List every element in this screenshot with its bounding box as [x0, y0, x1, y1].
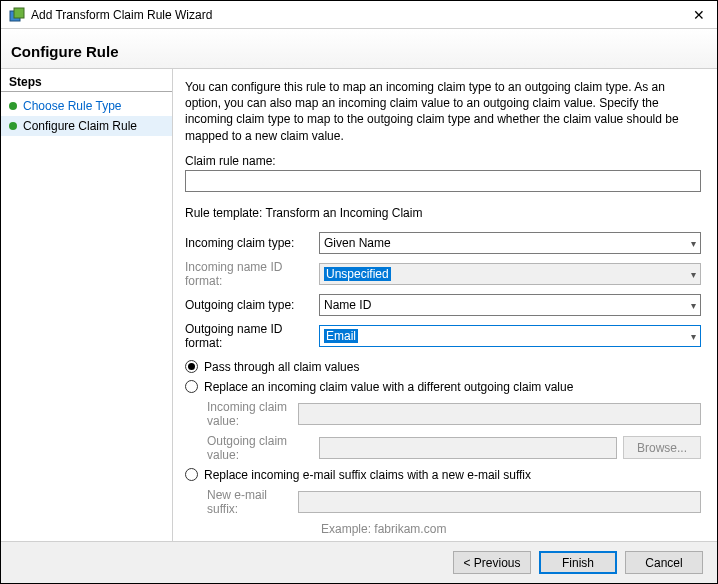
close-icon[interactable]: ✕: [689, 7, 709, 23]
radio-replace-value[interactable]: Replace an incoming claim value with a d…: [185, 380, 701, 394]
outgoing-name-id-format-combo[interactable]: Email ▾: [319, 325, 701, 347]
incoming-claim-type-label: Incoming claim type:: [185, 236, 319, 250]
radio-label: Pass through all claim values: [204, 360, 359, 374]
outgoing-claim-type-label: Outgoing claim type:: [185, 298, 319, 312]
combo-value: Unspecified: [324, 267, 391, 281]
claim-value-options: Pass through all claim values Replace an…: [185, 360, 701, 536]
combo-value: Given Name: [324, 236, 391, 250]
outgoing-claim-value-label: Outgoing claim value:: [207, 434, 319, 462]
chevron-down-icon: ▾: [691, 237, 696, 248]
step-bullet-icon: [9, 122, 17, 130]
radio-icon: [185, 360, 198, 373]
new-email-suffix-label: New e-mail suffix:: [207, 488, 298, 516]
steps-sidebar: Steps Choose Rule Type Configure Claim R…: [1, 69, 173, 577]
main-area: Steps Choose Rule Type Configure Claim R…: [1, 69, 717, 577]
chevron-down-icon: ▾: [691, 330, 696, 341]
step-label: Choose Rule Type: [23, 99, 122, 113]
radio-pass-through[interactable]: Pass through all claim values: [185, 360, 701, 374]
chevron-down-icon: ▾: [691, 299, 696, 310]
new-email-suffix-input: [298, 491, 701, 513]
radio-label: Replace an incoming claim value with a d…: [204, 380, 573, 394]
step-choose-rule-type[interactable]: Choose Rule Type: [1, 96, 172, 116]
wizard-footer: < Previous Finish Cancel: [1, 541, 717, 583]
svg-rect-1: [14, 8, 24, 18]
step-configure-claim-rule[interactable]: Configure Claim Rule: [1, 116, 172, 136]
outgoing-name-id-format-label: Outgoing name ID format:: [185, 322, 319, 350]
description-text: You can configure this rule to map an in…: [185, 79, 701, 144]
cancel-button[interactable]: Cancel: [625, 551, 703, 574]
rule-template-text: Rule template: Transform an Incoming Cla…: [185, 206, 701, 220]
page-title: Configure Rule: [1, 29, 717, 69]
incoming-name-id-format-label: Incoming name ID format:: [185, 260, 319, 288]
step-bullet-icon: [9, 102, 17, 110]
replace-value-sub: Incoming claim value: Outgoing claim val…: [207, 400, 701, 462]
incoming-name-id-format-combo: Unspecified ▾: [319, 263, 701, 285]
window-title: Add Transform Claim Rule Wizard: [31, 8, 689, 22]
finish-button[interactable]: Finish: [539, 551, 617, 574]
incoming-claim-value-label: Incoming claim value:: [207, 400, 298, 428]
outgoing-claim-type-combo[interactable]: Name ID ▾: [319, 294, 701, 316]
browse-button: Browse...: [623, 436, 701, 459]
app-icon: [9, 7, 25, 23]
outgoing-claim-value-input: [319, 437, 617, 459]
combo-value: Email: [324, 329, 358, 343]
content-panel: You can configure this rule to map an in…: [173, 69, 717, 577]
radio-icon: [185, 380, 198, 393]
suffix-example-hint: Example: fabrikam.com: [321, 522, 701, 536]
radio-replace-suffix[interactable]: Replace incoming e-mail suffix claims wi…: [185, 468, 701, 482]
replace-suffix-sub: New e-mail suffix: Example: fabrikam.com: [207, 488, 701, 536]
combo-value: Name ID: [324, 298, 371, 312]
chevron-down-icon: ▾: [691, 268, 696, 279]
step-label: Configure Claim Rule: [23, 119, 137, 133]
claim-rule-name-label: Claim rule name:: [185, 154, 701, 168]
radio-label: Replace incoming e-mail suffix claims wi…: [204, 468, 531, 482]
claim-rule-name-input[interactable]: [185, 170, 701, 192]
incoming-claim-type-combo[interactable]: Given Name ▾: [319, 232, 701, 254]
title-bar: Add Transform Claim Rule Wizard ✕: [1, 1, 717, 29]
steps-header: Steps: [1, 69, 172, 92]
incoming-claim-value-input: [298, 403, 701, 425]
previous-button[interactable]: < Previous: [453, 551, 531, 574]
radio-icon: [185, 468, 198, 481]
